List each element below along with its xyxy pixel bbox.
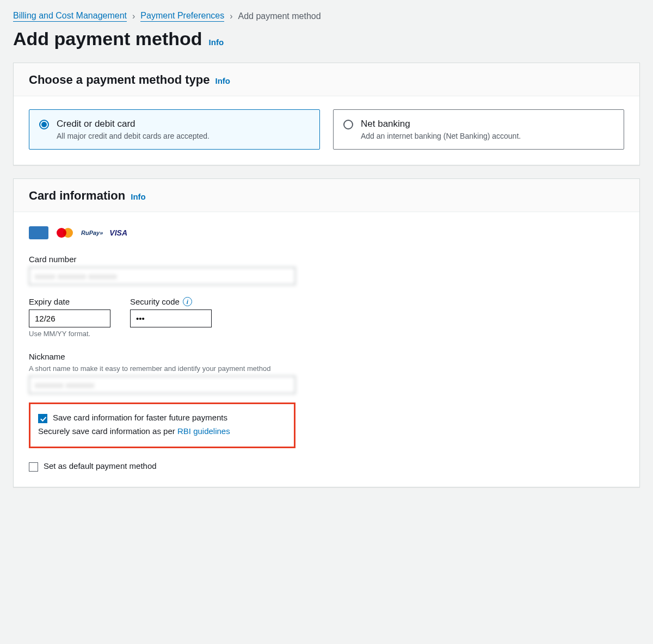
expiry-input[interactable] xyxy=(29,309,110,327)
radio-icon xyxy=(39,120,49,129)
visa-icon: VISA xyxy=(109,226,127,239)
save-card-checkbox[interactable] xyxy=(38,414,47,423)
save-card-label: Save card information for faster future … xyxy=(53,413,227,422)
panel-title: Card information xyxy=(29,189,125,203)
page-title: Add payment method Info xyxy=(13,28,640,49)
info-link[interactable]: Info xyxy=(209,38,224,47)
type-desc: All major credit and debit cards are acc… xyxy=(57,132,210,140)
card-brand-row: RuPay» VISA xyxy=(29,226,624,239)
expiry-label: Expiry date xyxy=(29,297,110,306)
breadcrumb: Billing and Cost Management › Payment Pr… xyxy=(13,11,640,22)
card-number-label: Card number xyxy=(29,255,624,264)
type-desc: Add an internet banking (Net Banking) ac… xyxy=(361,132,521,140)
breadcrumb-link-billing[interactable]: Billing and Cost Management xyxy=(13,11,127,22)
type-title: Net banking xyxy=(361,119,521,129)
save-card-highlight: Save card information for faster future … xyxy=(29,403,295,448)
page-title-text: Add payment method xyxy=(13,28,202,49)
chevron-right-icon: › xyxy=(132,11,135,21)
type-card-netbanking[interactable]: Net banking Add an internet banking (Net… xyxy=(333,109,624,150)
card-number-input[interactable] xyxy=(29,267,295,285)
chevron-right-icon: › xyxy=(230,11,232,21)
breadcrumb-current: Add payment method xyxy=(238,11,321,21)
security-code-input[interactable] xyxy=(130,309,212,327)
panel-title: Choose a payment method type xyxy=(29,73,210,87)
rbi-guidelines-link[interactable]: RBI guidelines xyxy=(177,426,230,436)
type-title: Credit or debit card xyxy=(57,119,210,129)
set-default-label: Set as default payment method xyxy=(44,461,157,470)
save-card-desc: Securely save card information as per RB… xyxy=(38,426,286,436)
nickname-label: Nickname xyxy=(29,352,624,361)
set-default-checkbox[interactable] xyxy=(29,462,38,472)
security-code-label: Security code xyxy=(130,297,180,306)
radio-icon xyxy=(343,120,353,129)
card-info-panel: Card information Info RuPay» VISA Card n… xyxy=(13,178,640,487)
nickname-hint: A short name to make it easy to remember… xyxy=(29,364,301,373)
type-card-credit[interactable]: Credit or debit card All major credit an… xyxy=(29,109,320,150)
expiry-hint: Use MM/YY format. xyxy=(29,330,110,338)
nickname-input[interactable] xyxy=(29,376,295,394)
breadcrumb-link-preferences[interactable]: Payment Preferences xyxy=(140,11,224,22)
info-link[interactable]: Info xyxy=(215,76,231,85)
info-link[interactable]: Info xyxy=(131,192,146,201)
mastercard-icon xyxy=(55,226,75,239)
rupay-icon: RuPay» xyxy=(81,226,103,239)
amex-icon xyxy=(29,226,48,239)
info-circle-icon[interactable]: i xyxy=(183,297,192,306)
payment-type-panel: Choose a payment method type Info Credit… xyxy=(13,63,640,165)
